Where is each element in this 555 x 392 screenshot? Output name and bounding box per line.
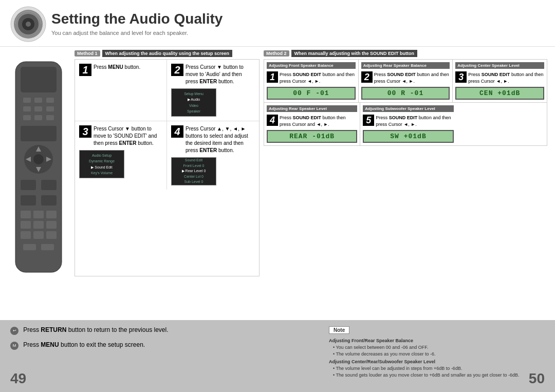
return-instruction: ↩ Press RETURN button to return to the p… <box>10 326 168 335</box>
rear-level-section: Adjusting Rear Speaker Level 4 Press SOU… <box>264 103 360 145</box>
step2-num: 2 <box>171 64 183 76</box>
note2-title: Adjusting Center/Rear/Subwoofer Speaker … <box>329 359 545 364</box>
page-num-right: 50 <box>529 370 545 387</box>
s4-num: 4 <box>267 115 278 126</box>
step3-num: 3 <box>79 125 91 138</box>
lcd-subwoofer: SW +01dB <box>363 130 453 143</box>
page-header: Setting the Audio Quality You can adjust… <box>0 0 555 47</box>
subwoofer-title: Adjusting Subwoofer Speaker Level <box>363 105 453 112</box>
method2-label: Method 2 <box>264 50 289 57</box>
speaker-icon <box>10 6 46 42</box>
s4-text: Press SOUND EDIT button then press Curso… <box>280 115 357 127</box>
step1: 1 Press MENU button. <box>75 60 167 121</box>
s3-num: 3 <box>455 71 467 83</box>
svg-rect-12 <box>46 106 54 111</box>
note1-item1: • You can select between 00 and -06 and … <box>329 344 545 351</box>
note2-item2: • The sound gets louder as you move clos… <box>329 372 545 379</box>
notes-area: Note Adjusting Front/Rear Speaker Balanc… <box>329 326 545 378</box>
menu-text: Press MENU button to exit the setup scre… <box>23 341 145 348</box>
screen-thumb-3: Sound Edit Front Level 0 ▶ Rear Level 0 … <box>171 157 216 185</box>
svg-rect-6 <box>21 67 57 92</box>
screen-thumb-1: Setup Menu ▶ Audio Video Speaker <box>171 88 216 117</box>
svg-rect-37 <box>41 244 54 250</box>
step1-text: Press MENU button. <box>94 64 140 71</box>
rear-balance-title: Adjusting Rear Speaker Balance <box>361 62 450 69</box>
front-balance-section: Adjusting Front Speaker Balance 1 Press … <box>264 60 359 102</box>
svg-rect-14 <box>34 115 42 120</box>
s1-text: Press SOUND EDIT button and then press C… <box>280 71 356 84</box>
method2-heading: When manually adjusting with the SOUND E… <box>291 50 418 57</box>
svg-rect-27 <box>21 211 31 218</box>
subwoofer-section: Adjusting Subwoofer Speaker Level 5 Pres… <box>360 103 456 145</box>
svg-rect-25 <box>21 195 36 206</box>
page-num-left: 49 <box>10 370 26 387</box>
s2-text: Press SOUND EDIT button and then press C… <box>374 71 450 84</box>
svg-rect-28 <box>33 211 44 218</box>
page-subtitle: You can adjust the balance and level for… <box>51 30 223 36</box>
svg-rect-26 <box>41 195 57 206</box>
note-box: Note <box>329 326 349 334</box>
step4-text: Press Cursor ▲, ▼, ◄, ► buttons to selec… <box>186 125 255 154</box>
lcd-front-balance: 00 F -01 <box>267 87 356 100</box>
svg-rect-23 <box>21 180 36 190</box>
lcd-rear-balance: 00 R -01 <box>361 87 450 100</box>
rear-balance-section: Adjusting Rear Speaker Balance 2 Press S… <box>359 60 453 102</box>
step3: 3 Press Cursor ▼ button to move to 'SOUN… <box>75 121 167 190</box>
s1-num: 1 <box>267 71 278 83</box>
svg-rect-39 <box>41 254 54 260</box>
note1-title: Adjusting Front/Rear Speaker Balance <box>329 338 545 343</box>
center-level-section: Adjusting Center Speaker Level 3 Press S… <box>453 60 547 102</box>
page-title: Setting the Audio Quality <box>51 10 223 28</box>
step4: 4 Press Cursor ▲, ▼, ◄, ► buttons to sel… <box>167 121 259 190</box>
svg-rect-9 <box>46 98 54 103</box>
top-white-area: Setting the Audio Quality You can adjust… <box>0 0 555 320</box>
method1-steps: 1 Press MENU button. 2 Press Cursor ▼ bu… <box>75 59 260 276</box>
svg-rect-29 <box>46 211 57 218</box>
s2-num: 2 <box>361 71 373 83</box>
svg-rect-10 <box>23 106 31 111</box>
screen-thumb-2: Audio Setup Dynamic Range ▶ Sound Edit K… <box>79 150 124 178</box>
step4-num: 4 <box>171 125 183 138</box>
center-level-title: Adjusting Center Speaker Level <box>455 62 544 69</box>
step3-text: Press Cursor ▼ button to move to 'SOUND … <box>94 125 162 147</box>
s3-text: Press SOUND EDIT button and then press C… <box>468 71 544 84</box>
step2-text: Press Cursor ▼ button to move to 'Audio'… <box>186 64 255 85</box>
svg-rect-13 <box>23 115 31 120</box>
svg-rect-33 <box>21 231 31 239</box>
s5-text: Press SOUND EDIT button and then press C… <box>376 115 453 127</box>
svg-point-4 <box>26 22 31 27</box>
svg-rect-8 <box>34 98 42 103</box>
svg-point-22 <box>33 154 44 164</box>
svg-rect-38 <box>23 254 36 260</box>
menu-instruction: M Press MENU button to exit the setup sc… <box>10 341 168 350</box>
lcd-center-level: CEN +01dB <box>455 87 544 100</box>
s5-num: 5 <box>363 115 374 126</box>
svg-rect-24 <box>41 180 57 190</box>
empty-spacer <box>456 103 547 145</box>
svg-rect-32 <box>46 221 57 229</box>
svg-rect-16 <box>21 126 57 141</box>
svg-rect-11 <box>34 106 42 111</box>
svg-rect-36 <box>23 244 36 250</box>
front-balance-title: Adjusting Front Speaker Balance <box>267 62 356 69</box>
step1-num: 1 <box>79 64 91 76</box>
step2: 2 Press Cursor ▼ button to move to 'Audi… <box>167 60 259 121</box>
method1-heading: When adjusting the audio quality using t… <box>102 50 233 57</box>
rear-level-title: Adjusting Rear Speaker Level <box>267 105 357 112</box>
header-text: Setting the Audio Quality You can adjust… <box>51 10 223 36</box>
svg-rect-30 <box>21 221 31 229</box>
menu-bullet: M <box>10 342 18 350</box>
svg-rect-15 <box>46 115 54 120</box>
bottom-left: ↩ Press RETURN button to return to the p… <box>10 326 168 350</box>
svg-rect-34 <box>33 231 44 239</box>
page-container: Setting the Audio Quality You can adjust… <box>0 0 555 392</box>
remote-control <box>8 59 69 276</box>
method1-label: Method 1 <box>75 50 100 57</box>
bottom-gray-area: ↩ Press RETURN button to return to the p… <box>0 320 555 392</box>
svg-rect-35 <box>46 231 57 239</box>
svg-rect-7 <box>23 98 31 103</box>
method2-content: Adjusting Front Speaker Balance 1 Press … <box>264 59 547 146</box>
svg-rect-31 <box>33 221 44 229</box>
lcd-rear-level: REAR -01dB <box>267 130 357 143</box>
note1-item2: • The volume decreases as you move close… <box>329 351 545 358</box>
